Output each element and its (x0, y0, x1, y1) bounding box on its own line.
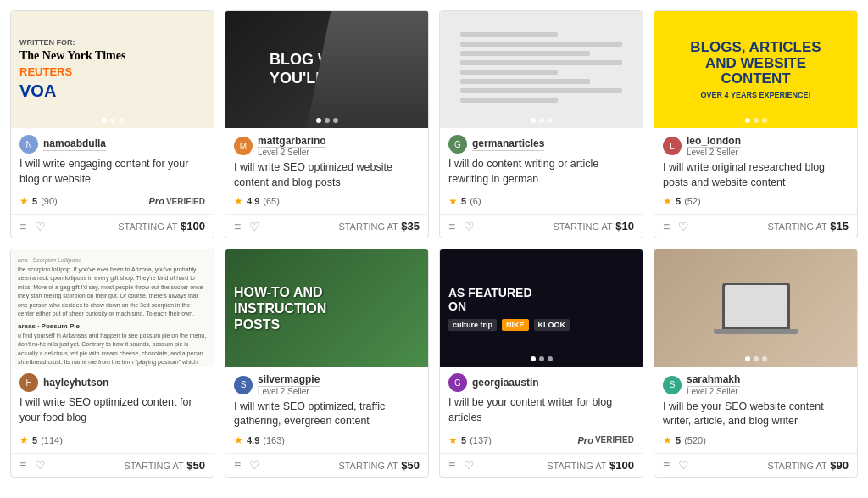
price-4: $15 (830, 220, 849, 232)
rating-score-1: 5 (32, 196, 37, 206)
card-image-7[interactable]: AS FEATUREDON culture trip NIKE KLOOK (440, 249, 643, 367)
gig-title-6[interactable]: I will write SEO optimized, traffic gath… (234, 400, 420, 429)
card-image-8[interactable] (654, 249, 857, 367)
card-image-3[interactable] (440, 11, 643, 128)
rating-count-4: (52) (684, 196, 701, 206)
like-btn-8[interactable]: ♡ (678, 459, 689, 471)
rating-row-6: ★ 4.9 (163) (234, 434, 420, 446)
card-body-2: M mattgarbarino Level 2 Seller I will wr… (225, 128, 428, 214)
like-btn-7[interactable]: ♡ (464, 459, 475, 471)
price-section-6: STARTING AT $50 (338, 459, 420, 472)
stars-2: ★ (234, 195, 243, 207)
compare-btn-2[interactable]: ≡ (234, 221, 241, 232)
seller-level-4: Level 2 Seller (687, 148, 741, 157)
dot-4-3 (762, 118, 767, 123)
seller-name-7[interactable]: georgiaaustin (472, 377, 539, 389)
dot-7-3 (548, 356, 553, 361)
price-8: $90 (830, 459, 849, 472)
card-image-4[interactable]: BLOGS, ARTICLESAND WEBSITECONTENT OVER 4… (654, 11, 857, 128)
pro-text-7: Pro (578, 435, 593, 445)
seller-name-1[interactable]: namoabdulla (43, 137, 106, 150)
card-image-6[interactable]: HOW-TO ANDINSTRUCTIONPOSTS (225, 249, 428, 367)
rating-row-1: ★ 5 (90) Pro VERIFIED (19, 195, 205, 207)
compare-btn-5[interactable]: ≡ (19, 459, 26, 471)
compare-btn-1[interactable]: ≡ (19, 221, 26, 232)
doc-line-5 (460, 70, 558, 75)
rating-score-6: 4.9 (247, 435, 259, 445)
seller-level-8: Level 2 Seller (687, 387, 740, 396)
rating-count-5: (114) (41, 435, 63, 445)
card-footer-4: ≡ ♡ STARTING AT $15 (654, 214, 857, 238)
gig-card-6[interactable]: HOW-TO ANDINSTRUCTIONPOSTS S silvermagpi… (225, 249, 429, 477)
gig-title-4[interactable]: I will write original researched blog po… (663, 160, 849, 190)
seller-row-5: H hayleyhutson (19, 373, 205, 392)
seller-info-5: hayleyhutson (43, 377, 108, 389)
card5-text2: u find yourself in Arkansas and happen t… (18, 332, 207, 367)
price-section-4: STARTING AT $15 (767, 220, 849, 232)
gig-card-2[interactable]: BLOG WRITINGYOU'LL LOVE M mattgarbarino … (225, 10, 429, 238)
seller-name-4[interactable]: leo_london (687, 135, 741, 148)
stars-4: ★ (663, 195, 672, 207)
compare-btn-4[interactable]: ≡ (663, 221, 670, 232)
gig-card-1[interactable]: WRITTEN FOR: The New York Times REUTERS … (10, 10, 214, 238)
gig-title-8[interactable]: I will be your SEO website content write… (663, 400, 849, 429)
card-image-1[interactable]: WRITTEN FOR: The New York Times REUTERS … (11, 11, 214, 128)
seller-name-8[interactable]: sarahmakh (687, 373, 740, 386)
gig-card-5[interactable]: ana · Scorpion Lollipope the scorpion lo… (10, 249, 214, 477)
like-btn-2[interactable]: ♡ (249, 221, 260, 232)
like-btn-1[interactable]: ♡ (35, 221, 46, 232)
card-footer-2: ≡ ♡ STARTING AT $35 (225, 214, 428, 238)
dot-1 (102, 118, 107, 123)
seller-name-2[interactable]: mattgarbarino (258, 135, 326, 148)
doc-line-2 (460, 42, 622, 47)
like-btn-5[interactable]: ♡ (35, 459, 46, 471)
compare-btn-7[interactable]: ≡ (448, 459, 455, 471)
seller-name-3[interactable]: germanarticles (472, 137, 544, 150)
stars-1: ★ (19, 195, 29, 207)
price-5: $50 (186, 459, 205, 472)
seller-name-6[interactable]: silvermagpie (258, 373, 320, 386)
brand-culture-trip: culture trip (448, 319, 497, 331)
nyt-logo: The New York Times (19, 50, 125, 62)
seller-row-7: G georgiaaustin (448, 373, 634, 392)
like-btn-3[interactable]: ♡ (464, 221, 475, 232)
like-btn-6[interactable]: ♡ (249, 459, 260, 471)
gig-card-7[interactable]: AS FEATUREDON culture trip NIKE KLOOK G … (439, 249, 643, 477)
rating-score-7: 5 (461, 435, 466, 445)
gig-card-8[interactable]: S sarahmakh Level 2 Seller I will be you… (654, 249, 858, 477)
gig-title-7[interactable]: I will be your content writer for blog a… (448, 395, 634, 428)
card4-headline: BLOGS, ARTICLESAND WEBSITECONTENT (690, 40, 821, 87)
seller-level-6: Level 2 Seller (258, 387, 320, 396)
compare-btn-3[interactable]: ≡ (448, 221, 455, 232)
gig-card-3[interactable]: G germanarticles I will do content writi… (439, 10, 643, 238)
compare-btn-8[interactable]: ≡ (663, 459, 670, 471)
rating-score-2: 4.9 (247, 196, 259, 206)
card-image-5[interactable]: ana · Scorpion Lollipope the scorpion lo… (11, 249, 214, 367)
avatar-3: G (448, 135, 467, 154)
price-section-3: STARTING AT $10 (553, 220, 634, 232)
avatar-2: M (234, 137, 253, 155)
seller-name-5[interactable]: hayleyhutson (43, 377, 108, 389)
rating-count-8: (520) (684, 435, 706, 445)
gig-card-4[interactable]: BLOGS, ARTICLESAND WEBSITECONTENT OVER 4… (654, 10, 858, 238)
dot-3-3 (548, 118, 553, 123)
card-image-2[interactable]: BLOG WRITINGYOU'LL LOVE (225, 11, 428, 128)
reuters-logo: REUTERS (19, 65, 72, 78)
gig-grid: WRITTEN FOR: The New York Times REUTERS … (0, 0, 868, 488)
footer-actions-7: ≡ ♡ (448, 459, 475, 471)
price-section-8: STARTING AT $90 (767, 459, 849, 472)
rating-count-1: (90) (41, 196, 58, 206)
laptop-container (714, 283, 798, 334)
gig-title-1[interactable]: I will write engaging content for your b… (19, 157, 205, 190)
rating-row-3: ★ 5 (6) (448, 195, 634, 207)
rating-row-8: ★ 5 (520) (663, 434, 849, 446)
doc-line-3 (460, 51, 590, 56)
compare-btn-6[interactable]: ≡ (234, 459, 241, 471)
rating-row-2: ★ 4.9 (65) (234, 195, 420, 207)
gig-title-2[interactable]: I will write SEO optimized website conte… (234, 160, 420, 190)
gig-title-5[interactable]: I will write SEO optimized content for y… (19, 395, 205, 428)
gig-title-3[interactable]: I will do content writing or article rew… (448, 157, 634, 190)
like-btn-4[interactable]: ♡ (678, 221, 689, 232)
rating-score-3: 5 (461, 196, 466, 206)
dot-8-1 (745, 356, 750, 361)
